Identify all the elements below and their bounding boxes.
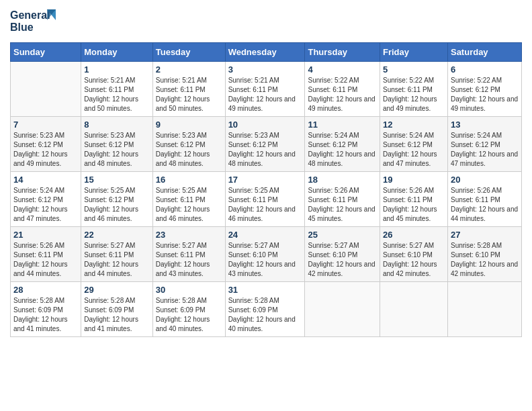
calendar-table: SundayMondayTuesdayWednesdayThursdayFrid… <box>10 42 522 337</box>
day-number: 21 <box>13 230 78 240</box>
day-number: 13 <box>451 120 519 130</box>
day-info: Sunrise: 5:22 AMSunset: 6:11 PMDaylight:… <box>308 76 377 113</box>
logo-svg: GeneralBlue <box>10 7 57 37</box>
day-number: 10 <box>228 120 302 130</box>
calendar-cell: 31Sunrise: 5:28 AMSunset: 6:09 PMDayligh… <box>225 282 305 337</box>
day-number: 19 <box>383 175 445 185</box>
calendar-cell <box>447 282 521 337</box>
calendar-cell: 22Sunrise: 5:27 AMSunset: 6:11 PMDayligh… <box>81 227 152 282</box>
day-info: Sunrise: 5:25 AMSunset: 6:12 PMDaylight:… <box>84 186 149 224</box>
calendar-cell: 15Sunrise: 5:25 AMSunset: 6:12 PMDayligh… <box>81 172 152 227</box>
day-number: 24 <box>228 230 302 240</box>
calendar-cell: 16Sunrise: 5:25 AMSunset: 6:11 PMDayligh… <box>152 172 225 227</box>
calendar-cell: 29Sunrise: 5:28 AMSunset: 6:09 PMDayligh… <box>81 282 152 337</box>
calendar-cell: 20Sunrise: 5:26 AMSunset: 6:11 PMDayligh… <box>447 172 521 227</box>
calendar-cell <box>305 282 380 337</box>
day-number: 12 <box>383 120 445 130</box>
day-info: Sunrise: 5:27 AMSunset: 6:10 PMDaylight:… <box>308 241 377 279</box>
svg-text:Blue: Blue <box>10 21 34 33</box>
calendar-cell <box>380 282 448 337</box>
day-info: Sunrise: 5:28 AMSunset: 6:09 PMDaylight:… <box>156 296 222 334</box>
day-info: Sunrise: 5:26 AMSunset: 6:11 PMDaylight:… <box>451 186 519 224</box>
calendar-cell: 13Sunrise: 5:24 AMSunset: 6:12 PMDayligh… <box>447 117 521 172</box>
weekday-header-tuesday: Tuesday <box>152 43 225 62</box>
calendar-cell: 2Sunrise: 5:21 AMSunset: 6:11 PMDaylight… <box>152 62 225 117</box>
day-number: 4 <box>308 64 377 75</box>
day-info: Sunrise: 5:23 AMSunset: 6:12 PMDaylight:… <box>13 131 78 169</box>
day-number: 9 <box>156 120 222 130</box>
week-row-1: 1Sunrise: 5:21 AMSunset: 6:11 PMDaylight… <box>11 62 522 117</box>
svg-text:General: General <box>10 9 50 21</box>
calendar-cell: 14Sunrise: 5:24 AMSunset: 6:12 PMDayligh… <box>11 172 81 227</box>
calendar-cell: 8Sunrise: 5:23 AMSunset: 6:12 PMDaylight… <box>81 117 152 172</box>
calendar-cell: 24Sunrise: 5:27 AMSunset: 6:10 PMDayligh… <box>225 227 305 282</box>
calendar-cell: 27Sunrise: 5:28 AMSunset: 6:10 PMDayligh… <box>447 227 521 282</box>
weekday-header-thursday: Thursday <box>305 43 380 62</box>
day-number: 23 <box>156 230 222 240</box>
week-row-2: 7Sunrise: 5:23 AMSunset: 6:12 PMDaylight… <box>11 117 522 172</box>
day-number: 11 <box>308 120 377 130</box>
day-info: Sunrise: 5:27 AMSunset: 6:10 PMDaylight:… <box>228 241 302 279</box>
day-info: Sunrise: 5:25 AMSunset: 6:11 PMDaylight:… <box>228 186 302 224</box>
calendar-cell: 28Sunrise: 5:28 AMSunset: 6:09 PMDayligh… <box>11 282 81 337</box>
day-info: Sunrise: 5:28 AMSunset: 6:09 PMDaylight:… <box>13 296 78 334</box>
day-info: Sunrise: 5:26 AMSunset: 6:11 PMDaylight:… <box>13 241 78 279</box>
day-number: 5 <box>383 64 445 75</box>
day-number: 6 <box>451 64 519 75</box>
day-info: Sunrise: 5:22 AMSunset: 6:11 PMDaylight:… <box>383 76 445 113</box>
calendar-cell: 6Sunrise: 5:22 AMSunset: 6:12 PMDaylight… <box>447 62 521 117</box>
calendar-cell: 19Sunrise: 5:26 AMSunset: 6:11 PMDayligh… <box>380 172 448 227</box>
calendar-cell: 11Sunrise: 5:24 AMSunset: 6:12 PMDayligh… <box>305 117 380 172</box>
day-number: 30 <box>156 285 222 295</box>
day-info: Sunrise: 5:27 AMSunset: 6:11 PMDaylight:… <box>156 241 222 279</box>
day-number: 28 <box>13 285 78 295</box>
day-info: Sunrise: 5:27 AMSunset: 6:11 PMDaylight:… <box>84 241 149 279</box>
calendar-cell: 21Sunrise: 5:26 AMSunset: 6:11 PMDayligh… <box>11 227 81 282</box>
weekday-header-sunday: Sunday <box>11 43 81 62</box>
calendar-cell: 17Sunrise: 5:25 AMSunset: 6:11 PMDayligh… <box>225 172 305 227</box>
day-info: Sunrise: 5:28 AMSunset: 6:09 PMDaylight:… <box>84 296 149 334</box>
day-number: 17 <box>228 175 302 185</box>
day-info: Sunrise: 5:23 AMSunset: 6:12 PMDaylight:… <box>228 131 302 169</box>
weekday-header-monday: Monday <box>81 43 152 62</box>
calendar-cell: 10Sunrise: 5:23 AMSunset: 6:12 PMDayligh… <box>225 117 305 172</box>
day-info: Sunrise: 5:24 AMSunset: 6:12 PMDaylight:… <box>308 131 377 169</box>
calendar-cell <box>11 62 81 117</box>
weekday-header-row: SundayMondayTuesdayWednesdayThursdayFrid… <box>11 43 522 62</box>
day-info: Sunrise: 5:26 AMSunset: 6:11 PMDaylight:… <box>308 186 377 224</box>
day-info: Sunrise: 5:25 AMSunset: 6:11 PMDaylight:… <box>156 186 222 224</box>
calendar-cell: 26Sunrise: 5:27 AMSunset: 6:10 PMDayligh… <box>380 227 448 282</box>
day-info: Sunrise: 5:22 AMSunset: 6:12 PMDaylight:… <box>451 76 519 113</box>
day-number: 26 <box>383 230 445 240</box>
day-info: Sunrise: 5:28 AMSunset: 6:09 PMDaylight:… <box>228 296 302 334</box>
day-number: 31 <box>228 285 302 295</box>
day-number: 29 <box>84 285 149 295</box>
day-info: Sunrise: 5:27 AMSunset: 6:10 PMDaylight:… <box>383 241 445 279</box>
day-info: Sunrise: 5:26 AMSunset: 6:11 PMDaylight:… <box>383 186 445 224</box>
day-number: 1 <box>84 64 149 75</box>
day-number: 8 <box>84 120 149 130</box>
calendar-cell: 5Sunrise: 5:22 AMSunset: 6:11 PMDaylight… <box>380 62 448 117</box>
day-number: 14 <box>13 175 78 185</box>
day-number: 15 <box>84 175 149 185</box>
calendar-cell: 25Sunrise: 5:27 AMSunset: 6:10 PMDayligh… <box>305 227 380 282</box>
day-info: Sunrise: 5:24 AMSunset: 6:12 PMDaylight:… <box>13 186 78 224</box>
week-row-3: 14Sunrise: 5:24 AMSunset: 6:12 PMDayligh… <box>11 172 522 227</box>
day-info: Sunrise: 5:23 AMSunset: 6:12 PMDaylight:… <box>156 131 222 169</box>
weekday-header-friday: Friday <box>380 43 448 62</box>
calendar-cell: 3Sunrise: 5:21 AMSunset: 6:11 PMDaylight… <box>225 62 305 117</box>
day-info: Sunrise: 5:21 AMSunset: 6:11 PMDaylight:… <box>84 76 149 113</box>
day-info: Sunrise: 5:24 AMSunset: 6:12 PMDaylight:… <box>383 131 445 169</box>
calendar-cell: 7Sunrise: 5:23 AMSunset: 6:12 PMDaylight… <box>11 117 81 172</box>
week-row-5: 28Sunrise: 5:28 AMSunset: 6:09 PMDayligh… <box>11 282 522 337</box>
header: GeneralBlue <box>10 7 522 37</box>
weekday-header-saturday: Saturday <box>447 43 521 62</box>
calendar-cell: 18Sunrise: 5:26 AMSunset: 6:11 PMDayligh… <box>305 172 380 227</box>
logo: GeneralBlue <box>10 7 57 37</box>
calendar-cell: 9Sunrise: 5:23 AMSunset: 6:12 PMDaylight… <box>152 117 225 172</box>
day-number: 27 <box>451 230 519 240</box>
day-number: 16 <box>156 175 222 185</box>
day-info: Sunrise: 5:21 AMSunset: 6:11 PMDaylight:… <box>156 76 222 113</box>
weekday-header-wednesday: Wednesday <box>225 43 305 62</box>
calendar-cell: 23Sunrise: 5:27 AMSunset: 6:11 PMDayligh… <box>152 227 225 282</box>
